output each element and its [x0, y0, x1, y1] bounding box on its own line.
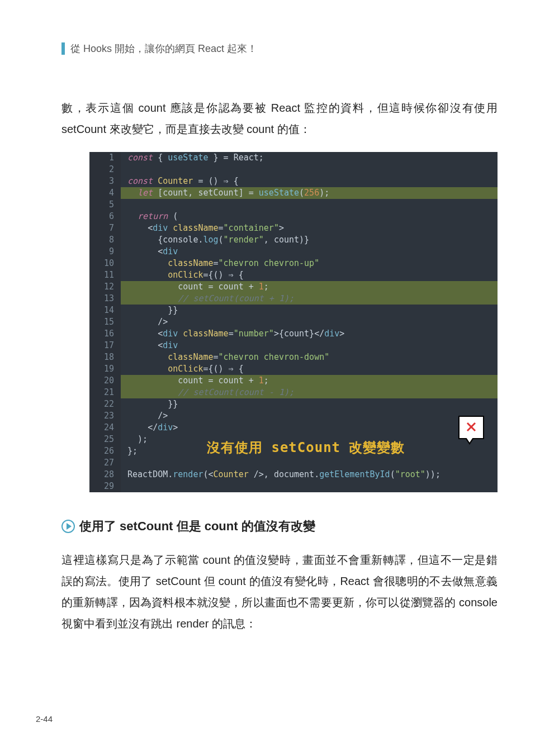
code-content: }} — [121, 305, 178, 316]
line-number: 23 — [89, 410, 121, 422]
code-content — [121, 199, 132, 211]
line-number: 21 — [89, 387, 121, 398]
code-content: count = count + 1; — [121, 375, 269, 387]
code-content: // setCount(count - 1); — [121, 387, 294, 398]
line-number: 3 — [89, 175, 121, 187]
annotation-label: 沒有使用 setCount 改變變數 — [207, 442, 405, 454]
code-content: {console.log("render", count)} — [121, 234, 309, 246]
code-content: return ( — [121, 211, 178, 222]
line-number: 4 — [89, 187, 121, 199]
code-content — [121, 481, 132, 492]
running-head-accent — [61, 42, 65, 55]
line-number: 10 — [89, 258, 121, 269]
line-number: 28 — [89, 469, 121, 481]
code-line: 22 }} — [89, 398, 498, 410]
code-content: // setCount(count + 1); — [121, 293, 294, 305]
body-paragraph: 這裡這樣寫只是為了示範當 count 的值沒變時，畫面並不會重新轉譯，但這不一定… — [61, 549, 498, 634]
code-content: }; — [121, 445, 138, 457]
code-line: 20 count = count + 1; — [89, 375, 498, 387]
code-content — [121, 457, 132, 469]
code-content: <div className="number">{count}</div> — [121, 328, 344, 340]
code-line: 24 </div> — [89, 422, 498, 434]
code-content: onClick={() ⇒ { — [121, 269, 244, 281]
code-line: 29 — [89, 481, 498, 492]
line-number: 17 — [89, 340, 121, 351]
line-number: 15 — [89, 316, 121, 328]
code-line: 6 return ( — [89, 211, 498, 222]
code-content: onClick={() ⇒ { — [121, 363, 244, 375]
code-content: }} — [121, 398, 178, 410]
code-content: className="chevron chevron-up" — [121, 258, 319, 269]
section-title: 使用了 setCount 但是 count 的值沒有改變 — [79, 515, 315, 538]
line-number: 20 — [89, 375, 121, 387]
line-number: 16 — [89, 328, 121, 340]
play-icon — [61, 520, 75, 533]
code-content: ); — [121, 434, 148, 445]
code-content: <div className="container"> — [121, 222, 284, 234]
running-head-text: 從 Hooks 開始，讓你的網頁 React 起來！ — [70, 39, 257, 58]
error-icon — [458, 416, 484, 439]
line-number: 27 — [89, 457, 121, 469]
code-content: className="chevron chevron-down" — [121, 351, 329, 363]
code-line: 12 count = count + 1; — [89, 281, 498, 293]
code-line: 19 onClick={() ⇒ { — [89, 363, 498, 375]
code-content: const { useState } = React; — [121, 152, 264, 164]
code-line: 18 className="chevron chevron-down" — [89, 351, 498, 363]
code-example: 1const { useState } = React;2 3const Cou… — [89, 152, 498, 492]
code-line: 14 }} — [89, 305, 498, 316]
code-line: 5 — [89, 199, 498, 211]
code-line: 11 onClick={() ⇒ { — [89, 269, 498, 281]
code-line: 7 <div className="container"> — [89, 222, 498, 234]
line-number: 1 — [89, 152, 121, 164]
code-content: let [count, setCount] = useState(256); — [121, 187, 329, 199]
line-number: 6 — [89, 211, 121, 222]
line-number: 5 — [89, 199, 121, 211]
section-heading: 使用了 setCount 但是 count 的值沒有改變 — [61, 515, 498, 538]
line-number: 24 — [89, 422, 121, 434]
line-number: 12 — [89, 281, 121, 293]
code-content: ReactDOM.render(<Counter />, document.ge… — [121, 469, 440, 481]
line-number: 9 — [89, 246, 121, 258]
line-number: 22 — [89, 398, 121, 410]
code-line: 17 <div — [89, 340, 498, 351]
line-number: 19 — [89, 363, 121, 375]
code-content: /> — [121, 410, 168, 422]
line-number: 7 — [89, 222, 121, 234]
code-line: 3const Counter = () ⇒ { — [89, 175, 498, 187]
line-number: 11 — [89, 269, 121, 281]
code-content: </div> — [121, 422, 178, 434]
code-line: 16 <div className="number">{count}</div> — [89, 328, 498, 340]
code-line: 10 className="chevron chevron-up" — [89, 258, 498, 269]
code-line: 21 // setCount(count - 1); — [89, 387, 498, 398]
line-number: 25 — [89, 434, 121, 445]
line-number: 18 — [89, 351, 121, 363]
line-number: 26 — [89, 445, 121, 457]
code-content: <div — [121, 340, 178, 351]
code-line: 27 — [89, 457, 498, 469]
code-content — [121, 164, 132, 175]
code-line: 13 // setCount(count + 1); — [89, 293, 498, 305]
code-line: 15 /> — [89, 316, 498, 328]
code-content: /> — [121, 316, 168, 328]
running-head: 從 Hooks 開始，讓你的網頁 React 起來！ — [61, 39, 498, 58]
code-line: 1const { useState } = React; — [89, 152, 498, 164]
code-line: 23 /> — [89, 410, 498, 422]
code-line: 9 <div — [89, 246, 498, 258]
line-number: 8 — [89, 234, 121, 246]
line-number: 14 — [89, 305, 121, 316]
intro-paragraph: 數，表示這個 count 應該是你認為要被 React 監控的資料，但這時候你卻… — [61, 97, 498, 140]
code-content: const Counter = () ⇒ { — [121, 175, 239, 187]
code-line: 2 — [89, 164, 498, 175]
line-number: 13 — [89, 293, 121, 305]
page-number: 2-44 — [36, 711, 53, 728]
code-line: 28ReactDOM.render(<Counter />, document.… — [89, 469, 498, 481]
line-number: 2 — [89, 164, 121, 175]
code-line: 8 {console.log("render", count)} — [89, 234, 498, 246]
code-content: <div — [121, 246, 178, 258]
code-content: count = count + 1; — [121, 281, 269, 293]
code-line: 4 let [count, setCount] = useState(256); — [89, 187, 498, 199]
line-number: 29 — [89, 481, 121, 492]
